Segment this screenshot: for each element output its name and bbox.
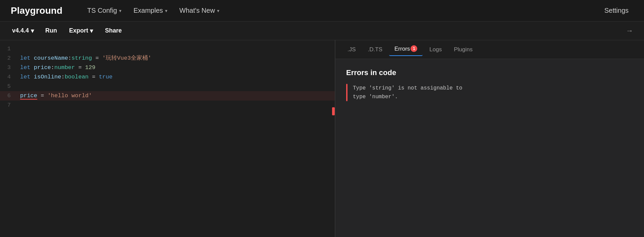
chevron-down-icon: ▾ (217, 8, 219, 13)
nav-item-whats-new-label: What's New (179, 7, 215, 14)
settings-button[interactable]: Settings (600, 4, 633, 17)
table-row: 3 let price:number = 129 (0, 63, 335, 72)
tab-js[interactable]: .JS (342, 44, 361, 56)
line-number-2: 2 (0, 54, 17, 63)
errors-content: Errors in code Type 'string' is not assi… (335, 59, 644, 237)
line-number-1: 1 (0, 44, 17, 54)
table-row: 6 price = 'hello world' (0, 91, 335, 101)
table-row: 4 let isOnline:boolean = true (0, 72, 335, 82)
right-panel: .JS .D.TS Errors1 Logs Plugins Errors in… (335, 40, 644, 237)
editor-panel[interactable]: 1 2 let courseName:string = '玩转Vue3全家桶' … (0, 40, 335, 237)
line-content-3: let price:number = 129 (17, 63, 335, 72)
code-editor[interactable]: 1 2 let courseName:string = '玩转Vue3全家桶' … (0, 40, 335, 114)
app-title: Playground (11, 5, 62, 16)
tab-js-label: .JS (347, 46, 356, 53)
tab-errors[interactable]: Errors1 (389, 43, 423, 56)
export-button[interactable]: Export ▾ (64, 25, 98, 37)
share-button[interactable]: Share (100, 25, 126, 36)
nav-item-ts-config-label: TS Config (87, 7, 117, 14)
toolbar-left: v4.4.4 ▾ Run Export ▾ Share (8, 25, 623, 37)
nav-items: TS Config ▾ Examples ▾ What's New ▾ (83, 4, 341, 17)
chevron-down-icon: ▾ (119, 8, 121, 13)
line-number-3: 3 (0, 63, 17, 72)
nav-item-ts-config[interactable]: TS Config ▾ (83, 4, 126, 17)
error-message: Type 'string' is not assignable totype '… (353, 84, 462, 101)
nav-item-examples[interactable]: Examples ▾ (129, 4, 172, 17)
table-row: 7 (0, 101, 335, 110)
tab-dts[interactable]: .D.TS (363, 44, 388, 56)
main-content: 1 2 let courseName:string = '玩转Vue3全家桶' … (0, 40, 644, 237)
line-number-6: 6 (0, 91, 17, 101)
line-content-4: let isOnline:boolean = true (17, 72, 335, 82)
nav-item-examples-label: Examples (133, 7, 163, 14)
line-number-4: 4 (0, 72, 17, 82)
table-row: 2 let courseName:string = '玩转Vue3全家桶' (0, 54, 335, 63)
error-border-indicator (346, 84, 347, 101)
table-row: 1 (0, 44, 335, 54)
version-label: v4.4.4 (12, 27, 29, 34)
run-button[interactable]: Run (41, 25, 62, 36)
chevron-down-icon: ▾ (165, 8, 167, 13)
tab-logs[interactable]: Logs (424, 44, 447, 56)
tab-errors-label: Errors (394, 46, 410, 52)
nav-item-whats-new[interactable]: What's New ▾ (175, 4, 224, 17)
export-label: Export (69, 27, 88, 34)
error-item: Type 'string' is not assignable totype '… (346, 84, 633, 101)
errors-section-title: Errors in code (346, 68, 633, 77)
line-content-6: price = 'hello world' (17, 91, 335, 101)
expand-icon[interactable]: → (623, 25, 636, 37)
line-content-2: let courseName:string = '玩转Vue3全家桶' (17, 54, 335, 63)
version-chevron-icon: ▾ (31, 27, 34, 35)
line-number-5: 5 (0, 82, 17, 91)
line-number-7: 7 (0, 101, 17, 110)
export-chevron-icon: ▾ (90, 27, 93, 35)
errors-badge: 1 (411, 45, 417, 52)
top-navbar: Playground TS Config ▾ Examples ▾ What's… (0, 0, 644, 21)
tab-logs-label: Logs (429, 46, 442, 53)
tab-plugins-label: Plugins (454, 46, 473, 53)
tab-plugins[interactable]: Plugins (448, 44, 478, 56)
version-button[interactable]: v4.4.4 ▾ (8, 25, 38, 37)
tabs-bar: .JS .D.TS Errors1 Logs Plugins (335, 40, 644, 59)
table-row: 5 (0, 82, 335, 91)
error-scroll-indicator (332, 107, 335, 115)
editor-toolbar: v4.4.4 ▾ Run Export ▾ Share → (0, 21, 644, 40)
toolbar-right: → (623, 25, 636, 37)
tab-dts-label: .D.TS (368, 46, 382, 53)
